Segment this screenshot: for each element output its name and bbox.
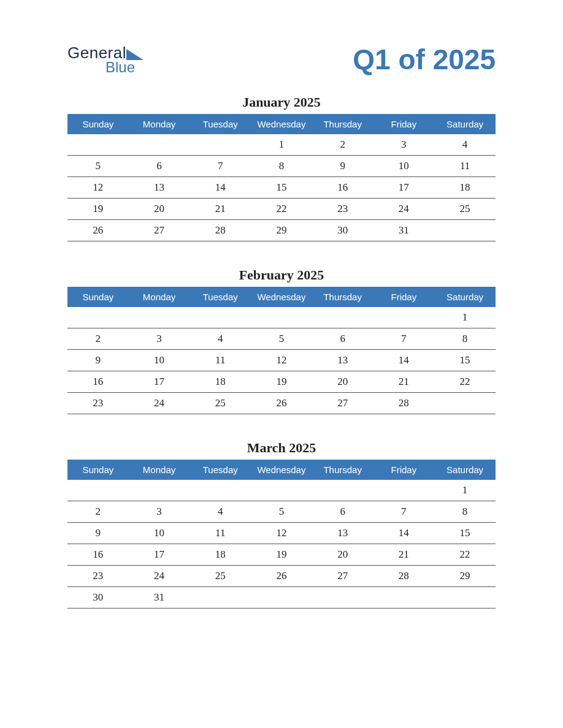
- calendar-cell: 3: [373, 134, 435, 156]
- calendar-cell: [251, 307, 312, 328]
- calendar-cell: 14: [190, 177, 251, 199]
- calendar-cell: 16: [312, 177, 373, 199]
- calendar-cell: 7: [190, 156, 251, 177]
- calendar-cell: 23: [67, 393, 129, 414]
- calendar-cell: 13: [312, 523, 373, 544]
- calendar-cell: 24: [129, 566, 190, 587]
- calendar-cell: 12: [251, 523, 312, 544]
- calendar-row: 12131415161718: [67, 177, 496, 199]
- calendar-cell: 11: [190, 523, 251, 544]
- calendar-cell: 12: [67, 177, 129, 199]
- calendar-cell: [434, 393, 496, 414]
- day-header: Wednesday: [251, 287, 312, 307]
- logo: General Blue: [67, 44, 144, 76]
- calendar-cell: 4: [434, 134, 496, 156]
- calendar-cell: [312, 480, 373, 501]
- calendar-cell: 21: [190, 199, 251, 220]
- calendar-cell: 28: [373, 393, 435, 414]
- calendar-cell: [190, 480, 251, 501]
- calendar-cell: 10: [129, 523, 190, 544]
- calendar-cell: 17: [129, 371, 190, 393]
- calendar-cell: 31: [129, 587, 190, 609]
- calendar-cell: 17: [373, 177, 435, 199]
- day-header: Friday: [373, 114, 435, 134]
- calendar-cell: 1: [434, 480, 496, 501]
- calendar-cell: [251, 480, 312, 501]
- calendar-cell: 21: [373, 544, 435, 566]
- calendar-cell: 1: [251, 134, 312, 156]
- calendar-cell: 18: [190, 371, 251, 393]
- calendar-cell: 27: [129, 220, 190, 241]
- calendar-cell: [434, 220, 496, 241]
- calendar-cell: 29: [251, 220, 312, 241]
- calendar-cell: 26: [251, 566, 312, 587]
- day-header: Saturday: [434, 460, 496, 480]
- calendar-cell: [373, 587, 435, 609]
- calendar-cell: [190, 307, 251, 328]
- calendar-cell: 6: [129, 156, 190, 177]
- calendar-cell: 27: [312, 393, 373, 414]
- calendar-cell: [190, 134, 251, 156]
- calendar-cell: 9: [67, 350, 129, 371]
- calendar-cell: 26: [67, 220, 129, 241]
- calendar-row: 262728293031: [67, 220, 496, 241]
- calendar-cell: 17: [129, 544, 190, 566]
- calendar-cell: [129, 134, 190, 156]
- day-header: Saturday: [434, 114, 496, 134]
- day-header: Monday: [129, 460, 190, 480]
- header: General Blue Q1 of 2025: [67, 43, 496, 76]
- calendar-cell: [67, 480, 129, 501]
- calendar-cell: [373, 307, 435, 328]
- calendar-cell: 13: [129, 177, 190, 199]
- calendar-table: SundayMondayTuesdayWednesdayThursdayFrid…: [67, 287, 496, 414]
- calendar-cell: 25: [190, 393, 251, 414]
- calendar-cell: 6: [312, 328, 373, 350]
- calendar-cell: 15: [434, 523, 496, 544]
- day-header: Tuesday: [190, 460, 251, 480]
- calendar-cell: 8: [434, 328, 496, 350]
- calendar-cell: 3: [129, 501, 190, 523]
- calendar-row: 3031: [67, 587, 496, 609]
- calendar-cell: 20: [312, 544, 373, 566]
- calendar-row: 1: [67, 480, 496, 501]
- day-header: Friday: [373, 460, 435, 480]
- calendar-cell: 10: [129, 350, 190, 371]
- month-title: March 2025: [67, 440, 496, 456]
- calendar-cell: 16: [67, 544, 129, 566]
- day-header: Thursday: [312, 114, 373, 134]
- calendar-row: 232425262728: [67, 393, 496, 414]
- calendar-cell: [67, 134, 129, 156]
- calendar-cell: 2: [312, 134, 373, 156]
- calendar-table: SundayMondayTuesdayWednesdayThursdayFrid…: [67, 460, 496, 609]
- calendar-cell: 8: [434, 501, 496, 523]
- calendar-cell: 19: [67, 199, 129, 220]
- calendar-cell: 15: [434, 350, 496, 371]
- calendar-row: 1234: [67, 134, 496, 156]
- calendar-row: 9101112131415: [67, 350, 496, 371]
- calendar-cell: [373, 480, 435, 501]
- calendar-cell: 3: [129, 328, 190, 350]
- calendar-cell: 6: [312, 501, 373, 523]
- calendar-row: 23242526272829: [67, 566, 496, 587]
- calendar-cell: 20: [312, 371, 373, 393]
- calendar-cell: 24: [129, 393, 190, 414]
- calendar-cell: 14: [373, 350, 435, 371]
- calendar-cell: 25: [434, 199, 496, 220]
- calendar-cell: 30: [67, 587, 129, 609]
- calendar-cell: 9: [67, 523, 129, 544]
- calendar-cell: 5: [251, 501, 312, 523]
- calendar-table: SundayMondayTuesdayWednesdayThursdayFrid…: [67, 114, 496, 241]
- calendar-cell: 5: [251, 328, 312, 350]
- calendar-cell: [67, 307, 129, 328]
- calendar-row: 2345678: [67, 328, 496, 350]
- calendar-cell: 27: [312, 566, 373, 587]
- calendar-cell: 11: [190, 350, 251, 371]
- month-title: January 2025: [67, 94, 496, 110]
- month-block: March 2025SundayMondayTuesdayWednesdayTh…: [67, 440, 496, 609]
- calendar-cell: 12: [251, 350, 312, 371]
- calendar-cell: 5: [67, 156, 129, 177]
- calendar-cell: 24: [373, 199, 435, 220]
- calendar-cell: 19: [251, 544, 312, 566]
- day-header: Friday: [373, 287, 435, 307]
- calendar-cell: 10: [373, 156, 435, 177]
